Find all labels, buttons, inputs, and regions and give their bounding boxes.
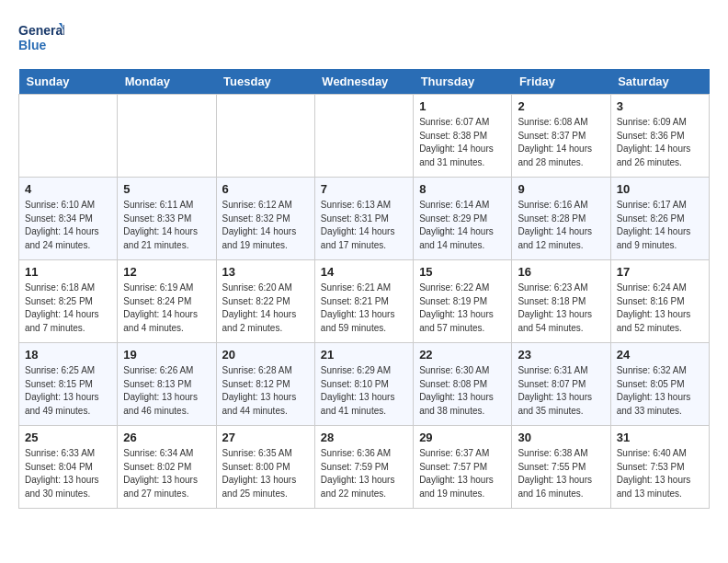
day-number: 14: [321, 265, 407, 279]
day-number: 21: [321, 348, 407, 362]
calendar-cell: 28Sunrise: 6:36 AM Sunset: 7:59 PM Dayli…: [314, 426, 413, 509]
day-info: Sunrise: 6:24 AM Sunset: 8:16 PM Dayligh…: [617, 282, 703, 335]
day-number: 28: [321, 431, 407, 444]
calendar-cell: [19, 95, 118, 178]
day-info: Sunrise: 6:11 AM Sunset: 8:33 PM Dayligh…: [123, 199, 210, 252]
calendar-cell: 30Sunrise: 6:38 AM Sunset: 7:55 PM Dayli…: [512, 426, 610, 509]
day-info: Sunrise: 6:17 AM Sunset: 8:26 PM Dayligh…: [617, 199, 703, 252]
calendar-cell: 11Sunrise: 6:18 AM Sunset: 8:25 PM Dayli…: [19, 260, 118, 343]
day-info: Sunrise: 6:16 AM Sunset: 8:28 PM Dayligh…: [518, 199, 604, 252]
day-header-sunday: Sunday: [19, 69, 118, 95]
day-number: 27: [222, 431, 309, 444]
day-info: Sunrise: 6:30 AM Sunset: 8:08 PM Dayligh…: [419, 364, 506, 418]
day-info: Sunrise: 6:32 AM Sunset: 8:05 PM Dayligh…: [617, 364, 703, 418]
day-info: Sunrise: 6:26 AM Sunset: 8:13 PM Dayligh…: [123, 364, 210, 418]
day-number: 9: [518, 182, 604, 196]
calendar-cell: 7Sunrise: 6:13 AM Sunset: 8:31 PM Daylig…: [314, 178, 413, 260]
calendar-cell: [314, 95, 413, 178]
calendar-cell: 3Sunrise: 6:09 AM Sunset: 8:36 PM Daylig…: [610, 95, 709, 178]
calendar-cell: 16Sunrise: 6:23 AM Sunset: 8:18 PM Dayli…: [512, 260, 610, 343]
day-number: 5: [123, 182, 210, 196]
calendar-cell: 25Sunrise: 6:33 AM Sunset: 8:04 PM Dayli…: [19, 426, 118, 509]
day-info: Sunrise: 6:12 AM Sunset: 8:32 PM Dayligh…: [222, 199, 309, 252]
day-info: Sunrise: 6:09 AM Sunset: 8:36 PM Dayligh…: [617, 116, 703, 169]
day-number: 11: [25, 265, 111, 279]
calendar-cell: 6Sunrise: 6:12 AM Sunset: 8:32 PM Daylig…: [216, 178, 314, 260]
logo: General Blue: [18, 18, 64, 60]
day-info: Sunrise: 6:29 AM Sunset: 8:10 PM Dayligh…: [321, 364, 407, 418]
day-number: 10: [617, 182, 703, 196]
week-row-2: 4Sunrise: 6:10 AM Sunset: 8:34 PM Daylig…: [19, 178, 710, 260]
calendar-cell: 24Sunrise: 6:32 AM Sunset: 8:05 PM Dayli…: [610, 343, 709, 426]
day-number: 19: [123, 348, 210, 362]
day-info: Sunrise: 6:14 AM Sunset: 8:29 PM Dayligh…: [419, 199, 506, 252]
day-info: Sunrise: 6:36 AM Sunset: 7:59 PM Dayligh…: [321, 447, 407, 500]
day-info: Sunrise: 6:34 AM Sunset: 8:02 PM Dayligh…: [123, 447, 210, 500]
calendar-cell: 8Sunrise: 6:14 AM Sunset: 8:29 PM Daylig…: [414, 178, 512, 260]
day-header-tuesday: Tuesday: [216, 69, 314, 95]
day-number: 4: [25, 182, 111, 196]
day-info: Sunrise: 6:40 AM Sunset: 7:53 PM Dayligh…: [617, 447, 703, 500]
day-header-thursday: Thursday: [414, 69, 512, 95]
day-number: 26: [123, 431, 210, 444]
day-info: Sunrise: 6:22 AM Sunset: 8:19 PM Dayligh…: [419, 282, 506, 335]
day-number: 15: [419, 265, 506, 279]
day-number: 31: [617, 431, 703, 444]
day-number: 29: [419, 431, 506, 444]
day-header-friday: Friday: [512, 69, 610, 95]
day-info: Sunrise: 6:21 AM Sunset: 8:21 PM Dayligh…: [321, 282, 407, 335]
day-info: Sunrise: 6:31 AM Sunset: 8:07 PM Dayligh…: [518, 364, 604, 418]
calendar-cell: 12Sunrise: 6:19 AM Sunset: 8:24 PM Dayli…: [118, 260, 216, 343]
calendar-cell: 2Sunrise: 6:08 AM Sunset: 8:37 PM Daylig…: [512, 95, 610, 178]
calendar-table: SundayMondayTuesdayWednesdayThursdayFrid…: [18, 69, 710, 509]
day-info: Sunrise: 6:25 AM Sunset: 8:15 PM Dayligh…: [25, 364, 111, 418]
week-row-1: 1Sunrise: 6:07 AM Sunset: 8:38 PM Daylig…: [19, 95, 710, 178]
day-number: 12: [123, 265, 210, 279]
calendar-cell: 31Sunrise: 6:40 AM Sunset: 7:53 PM Dayli…: [610, 426, 709, 509]
calendar-cell: 17Sunrise: 6:24 AM Sunset: 8:16 PM Dayli…: [610, 260, 709, 343]
calendar-cell: 29Sunrise: 6:37 AM Sunset: 7:57 PM Dayli…: [414, 426, 512, 509]
calendar-cell: 10Sunrise: 6:17 AM Sunset: 8:26 PM Dayli…: [610, 178, 709, 260]
page-header: General Blue: [18, 18, 710, 60]
day-info: Sunrise: 6:07 AM Sunset: 8:38 PM Dayligh…: [419, 116, 506, 169]
calendar-cell: 9Sunrise: 6:16 AM Sunset: 8:28 PM Daylig…: [512, 178, 610, 260]
day-info: Sunrise: 6:23 AM Sunset: 8:18 PM Dayligh…: [518, 282, 604, 335]
calendar-cell: 15Sunrise: 6:22 AM Sunset: 8:19 PM Dayli…: [414, 260, 512, 343]
week-row-5: 25Sunrise: 6:33 AM Sunset: 8:04 PM Dayli…: [19, 426, 710, 509]
day-number: 2: [518, 99, 604, 113]
day-info: Sunrise: 6:10 AM Sunset: 8:34 PM Dayligh…: [25, 199, 111, 252]
day-number: 17: [617, 265, 703, 279]
day-number: 30: [518, 431, 604, 444]
svg-text:General: General: [18, 23, 64, 38]
day-number: 16: [518, 265, 604, 279]
day-header-wednesday: Wednesday: [314, 69, 413, 95]
calendar-cell: 26Sunrise: 6:34 AM Sunset: 8:02 PM Dayli…: [118, 426, 216, 509]
day-number: 23: [518, 348, 604, 362]
calendar-cell: 14Sunrise: 6:21 AM Sunset: 8:21 PM Dayli…: [314, 260, 413, 343]
calendar-cell: 18Sunrise: 6:25 AM Sunset: 8:15 PM Dayli…: [19, 343, 118, 426]
day-number: 7: [321, 182, 407, 196]
day-number: 8: [419, 182, 506, 196]
calendar-cell: 19Sunrise: 6:26 AM Sunset: 8:13 PM Dayli…: [118, 343, 216, 426]
day-number: 25: [25, 431, 111, 444]
day-info: Sunrise: 6:19 AM Sunset: 8:24 PM Dayligh…: [123, 282, 210, 335]
calendar-cell: [118, 95, 216, 178]
calendar-cell: 20Sunrise: 6:28 AM Sunset: 8:12 PM Dayli…: [216, 343, 314, 426]
week-row-4: 18Sunrise: 6:25 AM Sunset: 8:15 PM Dayli…: [19, 343, 710, 426]
day-info: Sunrise: 6:20 AM Sunset: 8:22 PM Dayligh…: [222, 282, 309, 335]
calendar-cell: 27Sunrise: 6:35 AM Sunset: 8:00 PM Dayli…: [216, 426, 314, 509]
calendar-cell: 4Sunrise: 6:10 AM Sunset: 8:34 PM Daylig…: [19, 178, 118, 260]
day-number: 3: [617, 99, 703, 113]
calendar-cell: 1Sunrise: 6:07 AM Sunset: 8:38 PM Daylig…: [414, 95, 512, 178]
day-number: 22: [419, 348, 506, 362]
day-number: 6: [222, 182, 309, 196]
calendar-cell: 22Sunrise: 6:30 AM Sunset: 8:08 PM Dayli…: [414, 343, 512, 426]
week-row-3: 11Sunrise: 6:18 AM Sunset: 8:25 PM Dayli…: [19, 260, 710, 343]
day-header-monday: Monday: [118, 69, 216, 95]
day-number: 20: [222, 348, 309, 362]
day-number: 13: [222, 265, 309, 279]
calendar-cell: 21Sunrise: 6:29 AM Sunset: 8:10 PM Dayli…: [314, 343, 413, 426]
day-info: Sunrise: 6:35 AM Sunset: 8:00 PM Dayligh…: [222, 447, 309, 500]
day-info: Sunrise: 6:33 AM Sunset: 8:04 PM Dayligh…: [25, 447, 111, 500]
day-number: 1: [419, 99, 506, 113]
